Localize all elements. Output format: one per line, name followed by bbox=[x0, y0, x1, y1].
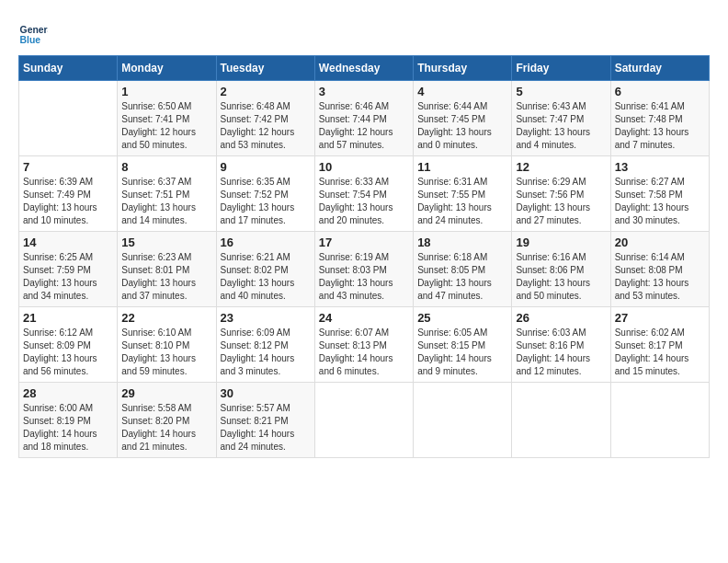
calendar-cell: 20Sunrise: 6:14 AM Sunset: 8:08 PM Dayli… bbox=[610, 232, 709, 307]
calendar-table: SundayMondayTuesdayWednesdayThursdayFrid… bbox=[18, 55, 710, 458]
day-info: Sunrise: 6:14 AM Sunset: 8:08 PM Dayligh… bbox=[615, 251, 705, 303]
day-info: Sunrise: 6:21 AM Sunset: 8:02 PM Dayligh… bbox=[221, 251, 311, 303]
day-number: 11 bbox=[417, 160, 507, 174]
calendar-week-row: 21Sunrise: 6:12 AM Sunset: 8:09 PM Dayli… bbox=[19, 307, 710, 383]
day-info: Sunrise: 6:16 AM Sunset: 8:06 PM Dayligh… bbox=[516, 251, 606, 303]
calendar-cell: 6Sunrise: 6:41 AM Sunset: 7:48 PM Daylig… bbox=[610, 81, 709, 156]
day-info: Sunrise: 6:18 AM Sunset: 8:05 PM Dayligh… bbox=[417, 251, 507, 303]
column-header-friday: Friday bbox=[512, 56, 610, 81]
calendar-cell: 14Sunrise: 6:25 AM Sunset: 7:59 PM Dayli… bbox=[19, 232, 118, 307]
calendar-cell: 1Sunrise: 6:50 AM Sunset: 7:41 PM Daylig… bbox=[118, 81, 216, 156]
calendar-cell: 19Sunrise: 6:16 AM Sunset: 8:06 PM Dayli… bbox=[512, 232, 610, 307]
day-info: Sunrise: 6:10 AM Sunset: 8:10 PM Dayligh… bbox=[121, 327, 211, 378]
calendar-cell: 15Sunrise: 6:23 AM Sunset: 8:01 PM Dayli… bbox=[118, 232, 216, 307]
day-number: 2 bbox=[221, 85, 311, 98]
day-info: Sunrise: 6:27 AM Sunset: 7:58 PM Dayligh… bbox=[615, 176, 705, 227]
day-number: 24 bbox=[319, 311, 409, 325]
day-info: Sunrise: 6:39 AM Sunset: 7:49 PM Dayligh… bbox=[23, 176, 113, 227]
svg-text:General: General bbox=[20, 25, 48, 35]
day-number: 29 bbox=[121, 386, 211, 400]
column-header-sunday: Sunday bbox=[19, 56, 118, 81]
calendar-cell: 17Sunrise: 6:19 AM Sunset: 8:03 PM Dayli… bbox=[314, 232, 413, 307]
day-info: Sunrise: 6:35 AM Sunset: 7:52 PM Dayligh… bbox=[221, 176, 311, 227]
day-number: 26 bbox=[516, 311, 606, 325]
calendar-cell: 2Sunrise: 6:48 AM Sunset: 7:42 PM Daylig… bbox=[216, 81, 314, 156]
calendar-cell bbox=[19, 81, 118, 156]
day-info: Sunrise: 6:09 AM Sunset: 8:12 PM Dayligh… bbox=[221, 327, 311, 378]
day-info: Sunrise: 5:58 AM Sunset: 8:20 PM Dayligh… bbox=[121, 402, 211, 454]
day-number: 17 bbox=[319, 236, 409, 249]
day-number: 7 bbox=[23, 160, 113, 174]
calendar-cell: 9Sunrise: 6:35 AM Sunset: 7:52 PM Daylig… bbox=[216, 156, 314, 232]
column-header-tuesday: Tuesday bbox=[216, 56, 314, 81]
day-info: Sunrise: 6:44 AM Sunset: 7:45 PM Dayligh… bbox=[417, 100, 507, 152]
calendar-cell: 10Sunrise: 6:33 AM Sunset: 7:54 PM Dayli… bbox=[314, 156, 413, 232]
day-number: 12 bbox=[516, 160, 606, 174]
column-header-thursday: Thursday bbox=[414, 56, 512, 81]
day-info: Sunrise: 6:29 AM Sunset: 7:56 PM Dayligh… bbox=[516, 176, 606, 227]
calendar-cell: 21Sunrise: 6:12 AM Sunset: 8:09 PM Dayli… bbox=[19, 307, 118, 383]
day-number: 23 bbox=[221, 311, 311, 325]
day-number: 4 bbox=[417, 85, 507, 98]
calendar-cell: 7Sunrise: 6:39 AM Sunset: 7:49 PM Daylig… bbox=[19, 156, 118, 232]
calendar-cell: 30Sunrise: 5:57 AM Sunset: 8:21 PM Dayli… bbox=[216, 383, 314, 458]
day-number: 15 bbox=[121, 236, 211, 249]
day-number: 14 bbox=[23, 236, 113, 249]
calendar-cell: 24Sunrise: 6:07 AM Sunset: 8:13 PM Dayli… bbox=[314, 307, 413, 383]
day-number: 10 bbox=[319, 160, 409, 174]
day-info: Sunrise: 6:37 AM Sunset: 7:51 PM Dayligh… bbox=[121, 176, 211, 227]
calendar-cell: 18Sunrise: 6:18 AM Sunset: 8:05 PM Dayli… bbox=[414, 232, 512, 307]
day-info: Sunrise: 6:48 AM Sunset: 7:42 PM Dayligh… bbox=[221, 100, 311, 152]
day-info: Sunrise: 6:23 AM Sunset: 8:01 PM Dayligh… bbox=[121, 251, 211, 303]
day-info: Sunrise: 6:41 AM Sunset: 7:48 PM Dayligh… bbox=[615, 100, 705, 152]
calendar-cell: 11Sunrise: 6:31 AM Sunset: 7:55 PM Dayli… bbox=[414, 156, 512, 232]
day-number: 19 bbox=[516, 236, 606, 249]
svg-text:Blue: Blue bbox=[20, 35, 41, 45]
day-info: Sunrise: 6:07 AM Sunset: 8:13 PM Dayligh… bbox=[319, 327, 409, 378]
calendar-cell: 22Sunrise: 6:10 AM Sunset: 8:10 PM Dayli… bbox=[118, 307, 216, 383]
calendar-cell: 25Sunrise: 6:05 AM Sunset: 8:15 PM Dayli… bbox=[414, 307, 512, 383]
day-number: 1 bbox=[121, 85, 211, 98]
day-number: 21 bbox=[23, 311, 113, 325]
day-info: Sunrise: 6:33 AM Sunset: 7:54 PM Dayligh… bbox=[319, 176, 409, 227]
calendar-cell: 23Sunrise: 6:09 AM Sunset: 8:12 PM Dayli… bbox=[216, 307, 314, 383]
column-header-wednesday: Wednesday bbox=[314, 56, 413, 81]
day-info: Sunrise: 6:12 AM Sunset: 8:09 PM Dayligh… bbox=[23, 327, 113, 378]
calendar-header-row: SundayMondayTuesdayWednesdayThursdayFrid… bbox=[19, 56, 710, 81]
day-number: 27 bbox=[615, 311, 705, 325]
day-number: 30 bbox=[221, 386, 311, 400]
calendar-cell: 4Sunrise: 6:44 AM Sunset: 7:45 PM Daylig… bbox=[414, 81, 512, 156]
calendar-week-row: 7Sunrise: 6:39 AM Sunset: 7:49 PM Daylig… bbox=[19, 156, 710, 232]
day-info: Sunrise: 6:43 AM Sunset: 7:47 PM Dayligh… bbox=[516, 100, 606, 152]
day-info: Sunrise: 6:05 AM Sunset: 8:15 PM Dayligh… bbox=[417, 327, 507, 378]
day-number: 25 bbox=[417, 311, 507, 325]
day-info: Sunrise: 6:46 AM Sunset: 7:44 PM Dayligh… bbox=[319, 100, 409, 152]
column-header-monday: Monday bbox=[118, 56, 216, 81]
day-number: 13 bbox=[615, 160, 705, 174]
calendar-cell: 27Sunrise: 6:02 AM Sunset: 8:17 PM Dayli… bbox=[610, 307, 709, 383]
calendar-week-row: 14Sunrise: 6:25 AM Sunset: 7:59 PM Dayli… bbox=[19, 232, 710, 307]
day-info: Sunrise: 6:31 AM Sunset: 7:55 PM Dayligh… bbox=[417, 176, 507, 227]
day-number: 6 bbox=[615, 85, 705, 98]
day-number: 3 bbox=[319, 85, 409, 98]
calendar-cell: 26Sunrise: 6:03 AM Sunset: 8:16 PM Dayli… bbox=[512, 307, 610, 383]
day-number: 5 bbox=[516, 85, 606, 98]
calendar-cell: 3Sunrise: 6:46 AM Sunset: 7:44 PM Daylig… bbox=[314, 81, 413, 156]
day-info: Sunrise: 6:00 AM Sunset: 8:19 PM Dayligh… bbox=[23, 402, 113, 454]
day-number: 20 bbox=[615, 236, 705, 249]
calendar-cell bbox=[414, 383, 512, 458]
page-header: General Blue bbox=[18, 18, 710, 48]
day-number: 22 bbox=[121, 311, 211, 325]
calendar-cell: 12Sunrise: 6:29 AM Sunset: 7:56 PM Dayli… bbox=[512, 156, 610, 232]
day-info: Sunrise: 6:19 AM Sunset: 8:03 PM Dayligh… bbox=[319, 251, 409, 303]
calendar-cell: 29Sunrise: 5:58 AM Sunset: 8:20 PM Dayli… bbox=[118, 383, 216, 458]
day-number: 18 bbox=[417, 236, 507, 249]
day-info: Sunrise: 6:50 AM Sunset: 7:41 PM Dayligh… bbox=[121, 100, 211, 152]
day-number: 9 bbox=[221, 160, 311, 174]
calendar-cell: 8Sunrise: 6:37 AM Sunset: 7:51 PM Daylig… bbox=[118, 156, 216, 232]
calendar-cell: 28Sunrise: 6:00 AM Sunset: 8:19 PM Dayli… bbox=[19, 383, 118, 458]
calendar-week-row: 28Sunrise: 6:00 AM Sunset: 8:19 PM Dayli… bbox=[19, 383, 710, 458]
calendar-cell bbox=[610, 383, 709, 458]
column-header-saturday: Saturday bbox=[610, 56, 709, 81]
logo-icon: General Blue bbox=[18, 18, 48, 48]
